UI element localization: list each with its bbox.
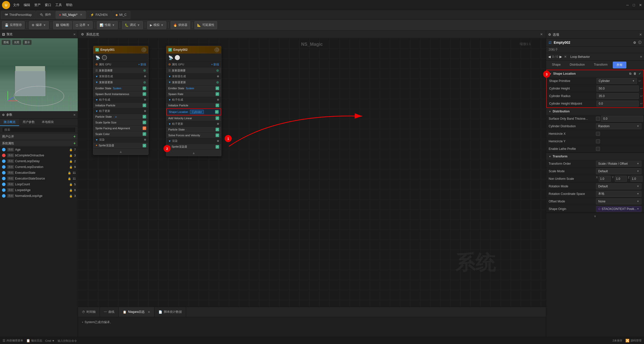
tab-local-modules[interactable]: 本地模块 bbox=[38, 119, 57, 126]
right-panel-close[interactable]: ✕ bbox=[639, 33, 642, 36]
cylinder-radius-input[interactable] bbox=[596, 93, 639, 99]
node-empty002-render-add[interactable]: ⊕ bbox=[217, 139, 219, 143]
non-uniform-scale-x[interactable] bbox=[599, 176, 611, 182]
non-uniform-scale-y[interactable] bbox=[615, 176, 627, 182]
close-button[interactable]: ✕ bbox=[639, 3, 642, 7]
bottom-tab-timeline[interactable]: ⏱ 时间轴 bbox=[78, 307, 100, 317]
bottom-tab-log-close[interactable]: ✕ bbox=[148, 310, 150, 314]
tab-fazhen[interactable]: ⚡ FAZHEN bbox=[87, 11, 111, 19]
node-empty002-emitterstate-check[interactable]: ✓ bbox=[216, 87, 219, 90]
node-empty001-spawnburst-check[interactable]: ✓ bbox=[143, 92, 146, 96]
status-cmd[interactable]: Cmd ▼ bbox=[45, 339, 55, 342]
node-empty001-init-particle-check[interactable]: ✓ bbox=[143, 104, 146, 107]
console-input[interactable] bbox=[58, 339, 610, 342]
tab-nsmagic-close[interactable]: ✕ bbox=[80, 13, 82, 16]
save-btn[interactable]: 💾 应用暂存 bbox=[2, 21, 25, 29]
node-empty001-info[interactable]: ⓘ bbox=[142, 48, 146, 52]
node-empty001-particlestate-check[interactable]: ✓ bbox=[143, 115, 146, 118]
rotation-mode-dropdown[interactable]: Default ▼ bbox=[596, 183, 641, 189]
node-empty002-addvelocity-check[interactable]: ✓ bbox=[216, 116, 219, 120]
node-empty001-footer[interactable]: ▲ bbox=[93, 149, 148, 155]
section-tab-transform[interactable]: Transform bbox=[590, 62, 611, 68]
perf-btn[interactable]: 📊 性能 ▼ bbox=[97, 21, 118, 29]
section-tab-distribution[interactable]: Distribution bbox=[566, 62, 589, 68]
props-scroll[interactable]: ▼ Shape Location ⧉ 🗑 ✓ Shape Primitive C… bbox=[546, 70, 644, 337]
surface-band-input[interactable] bbox=[601, 116, 643, 122]
tab-active-overview[interactable]: 激活概览 bbox=[0, 119, 19, 126]
node-empty002-solveforces-check[interactable]: ✓ bbox=[216, 134, 219, 137]
node-empty002-shape-location[interactable]: Shape Location Cylinder ✓ bbox=[166, 108, 221, 115]
distribution-header[interactable]: ▼ Distribution bbox=[546, 108, 644, 115]
menu-file[interactable]: 文件 bbox=[13, 3, 20, 7]
offset-mode-dropdown[interactable]: None ▼ bbox=[596, 198, 641, 204]
node-empty002-init-particle-check[interactable]: ✓ bbox=[216, 104, 219, 107]
status-output-log[interactable]: 📋 输出日志 bbox=[26, 339, 42, 342]
tab-user-params[interactable]: 用户参数 bbox=[19, 119, 38, 126]
node-empty002-particlestate-check[interactable]: ✓ bbox=[216, 128, 219, 131]
section-tab-all[interactable]: 所有 bbox=[613, 62, 626, 68]
shape-primitive-reset[interactable]: ↩ bbox=[638, 79, 641, 83]
baker-btn[interactable]: 🔥 烘焙器 bbox=[171, 21, 190, 29]
system-attrs-add-btn[interactable]: + bbox=[73, 141, 76, 146]
node-empty001-render-add[interactable]: ⊕ bbox=[144, 138, 146, 141]
status-source-control[interactable]: 🔀 源码管理 bbox=[625, 339, 641, 342]
transform-order-dropdown[interactable]: Scale / Rotate / Offset ▼ bbox=[596, 161, 641, 167]
node-empty001-facing-check[interactable]: ✓ bbox=[143, 126, 146, 130]
node-empty001-scalesprite-check[interactable]: ✓ bbox=[143, 121, 146, 124]
non-uniform-scale-z[interactable] bbox=[630, 176, 642, 182]
surface-band-checkbox[interactable] bbox=[596, 117, 600, 121]
bounds-btn[interactable]: ◻ 边界 ▼ bbox=[73, 21, 93, 29]
node-empty002-emitter-summary-add[interactable]: ⊕ bbox=[216, 68, 219, 72]
shape-primitive-dropdown[interactable]: Cylinder ▼ bbox=[596, 78, 637, 84]
node-empty002-footer[interactable]: ▲ bbox=[166, 150, 221, 156]
node-empty002-shape-check[interactable]: ✓ bbox=[215, 110, 219, 114]
preview-panel-close[interactable]: ✕ bbox=[73, 33, 76, 36]
shape-location-check-icon[interactable]: ✓ bbox=[638, 72, 641, 75]
compile-btn[interactable]: ⚙ 编译 ▼ bbox=[29, 21, 49, 29]
hemicircle-x-checkbox[interactable] bbox=[596, 132, 600, 136]
transform-header[interactable]: ▼ Transform bbox=[546, 153, 644, 160]
component-info-icon[interactable]: ⓘ bbox=[638, 40, 641, 45]
options-filter-icon[interactable]: ≡ bbox=[640, 55, 642, 59]
view-mode-lit[interactable]: 光照 bbox=[12, 40, 21, 45]
user-public-add-btn[interactable]: + bbox=[73, 134, 76, 139]
minimize-button[interactable]: ─ bbox=[626, 3, 629, 7]
cylinder-height-reset[interactable]: ↩ bbox=[640, 87, 643, 90]
node-empty001-scalecolor-check[interactable]: ✓ bbox=[143, 132, 146, 136]
bottom-tab-stats[interactable]: 📄 脚本统计数据 bbox=[154, 307, 186, 317]
shape-origin-dropdown[interactable]: ⬡ STACKCONTEXT Positi... ▼ bbox=[596, 206, 641, 212]
rotation-coord-dropdown[interactable]: 本地 ▼ bbox=[596, 191, 641, 197]
node-empty001-particle-update-add[interactable]: ⊕ bbox=[144, 109, 146, 113]
simulate-btn[interactable]: ▶ 模拟 ▼ bbox=[147, 21, 167, 29]
component-settings-icon[interactable]: ⚙ bbox=[633, 41, 636, 45]
node-empty001-spriterenderer-check[interactable]: ✓ bbox=[143, 144, 146, 147]
menu-assets[interactable]: 资产 bbox=[34, 3, 41, 7]
component-check[interactable]: ☑ bbox=[549, 41, 552, 45]
shape-location-header[interactable]: ▼ Shape Location ⧉ 🗑 ✓ bbox=[547, 70, 643, 77]
options-nav-prev[interactable]: ◀ bbox=[548, 55, 551, 59]
node-empty002-particle-update-add[interactable]: ⊕ bbox=[217, 122, 219, 125]
view-mode-show[interactable]: 显示 bbox=[23, 40, 32, 45]
node-empty002-update-add[interactable]: ⊕ bbox=[216, 80, 219, 84]
node-empty001-emitterstate-check[interactable]: ✓ bbox=[143, 87, 146, 90]
params-panel-close[interactable]: ✕ bbox=[73, 113, 76, 117]
options-nav-next[interactable]: ▶ bbox=[559, 55, 562, 59]
status-content-menu[interactable]: ☰ 内容侧滑菜单 bbox=[3, 339, 23, 342]
shape-location-delete-icon[interactable]: 🗑 bbox=[633, 72, 636, 75]
node-empty001-stage-btn[interactable]: + 阶段 bbox=[138, 63, 146, 66]
node-empty001-check[interactable]: ✓ bbox=[95, 48, 99, 52]
cylinder-dist-dropdown[interactable]: Random ▼ bbox=[596, 123, 641, 129]
node-empty002-check[interactable]: ✓ bbox=[168, 48, 172, 52]
scalability-btn[interactable]: 📐 可延展性 bbox=[194, 21, 217, 29]
bottom-tab-curve[interactable]: 〰 曲线 bbox=[100, 307, 119, 317]
view-mode-perspective[interactable]: 透视 bbox=[2, 40, 11, 45]
node-empty002-particle-spawn-add[interactable]: ⊕ bbox=[217, 98, 219, 101]
options-nav-close[interactable]: ✕ bbox=[564, 55, 567, 59]
node-empty002-spawnrate-check[interactable]: ✓ bbox=[216, 92, 219, 96]
params-search-input[interactable] bbox=[2, 127, 76, 133]
tab-nsmagic[interactable]: ● NS_Magic* ✕ bbox=[55, 11, 86, 19]
node-empty002-stage-btn[interactable]: + 阶段 bbox=[211, 63, 219, 66]
thumbnail-btn[interactable]: 🖼 缩略图 bbox=[53, 21, 72, 29]
cylinder-radius-reset[interactable]: ↩ bbox=[640, 94, 643, 98]
menu-tools[interactable]: 工具 bbox=[55, 3, 62, 7]
